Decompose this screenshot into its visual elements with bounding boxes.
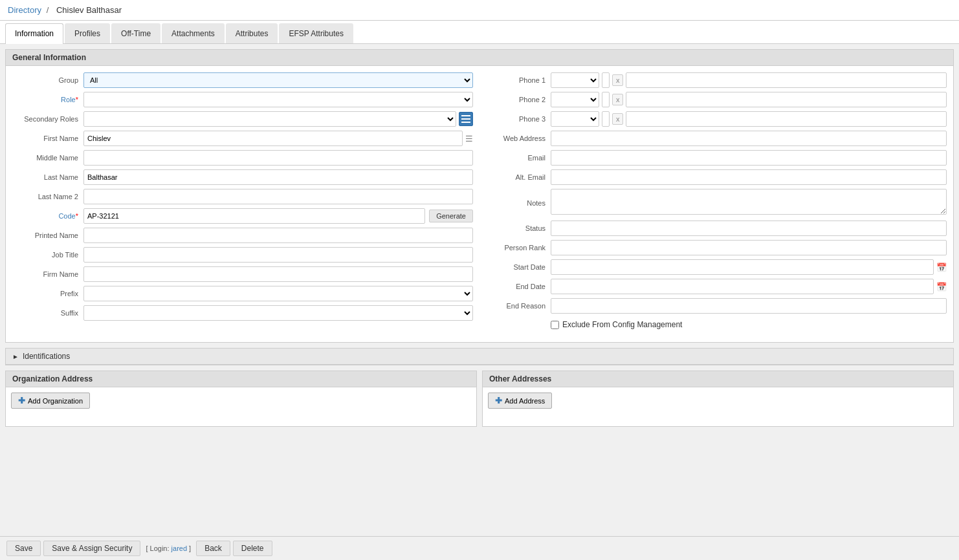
- suffix-select[interactable]: [83, 305, 473, 321]
- phone3-x-button[interactable]: x: [612, 113, 624, 125]
- last-name-label: Last Name: [12, 173, 83, 181]
- start-date-input[interactable]: [551, 259, 934, 275]
- other-addresses-header: Other Addresses: [483, 371, 953, 387]
- firm-name-input[interactable]: [83, 266, 473, 282]
- tab-information[interactable]: Information: [5, 23, 63, 44]
- job-title-label: Job Title: [12, 251, 83, 259]
- notes-textarea[interactable]: [551, 189, 947, 215]
- printed-name-label: Printed Name: [12, 232, 83, 239]
- end-reason-input[interactable]: [551, 298, 947, 314]
- end-date-label: End Date: [486, 283, 551, 290]
- job-title-input[interactable]: [83, 247, 473, 263]
- tab-attributes[interactable]: Attributes: [226, 23, 278, 43]
- end-reason-label: End Reason: [486, 302, 551, 310]
- last-name-input[interactable]: [83, 169, 473, 185]
- breadcrumb-current: Chislev Balthasar: [56, 5, 122, 15]
- add-organization-label: Add Organization: [28, 397, 83, 405]
- role-row: Role: [12, 92, 473, 107]
- web-address-input[interactable]: [551, 131, 947, 146]
- email-input[interactable]: [551, 150, 947, 166]
- group-select[interactable]: All: [83, 72, 473, 88]
- first-name-icon: ☰: [465, 134, 473, 144]
- alt-email-row: Alt. Email: [486, 169, 947, 185]
- code-label: Code: [12, 212, 83, 220]
- phone1-label: Phone 1: [486, 76, 551, 84]
- phone1-type-select[interactable]: [551, 72, 599, 88]
- exclude-config-row: Exclude From Config Management: [486, 318, 947, 332]
- exclude-config-label: Exclude From Config Management: [562, 320, 682, 329]
- prefix-select[interactable]: [83, 286, 473, 301]
- notes-row: Notes: [486, 189, 947, 217]
- secondary-roles-label: Secondary Roles: [12, 115, 83, 123]
- phone2-label: Phone 2: [486, 96, 551, 103]
- end-date-calendar-icon[interactable]: 📅: [936, 282, 947, 292]
- phone1-x-button[interactable]: x: [612, 74, 624, 86]
- email-label: Email: [486, 154, 551, 162]
- group-label: Group: [12, 76, 83, 84]
- phone3-row: Phone 3 x: [486, 111, 947, 127]
- middle-name-input[interactable]: [83, 150, 473, 166]
- person-rank-label: Person Rank: [486, 244, 551, 252]
- phone3-label: Phone 3: [486, 115, 551, 123]
- last-name-row: Last Name: [12, 169, 473, 185]
- start-date-calendar-icon[interactable]: 📅: [936, 263, 947, 272]
- tab-efsp-attributes[interactable]: EFSP Attributes: [279, 23, 353, 43]
- phone3-ext-input[interactable]: [626, 111, 947, 127]
- organization-address-body: ✚ Add Organization: [6, 387, 476, 426]
- add-organization-button[interactable]: ✚ Add Organization: [11, 393, 90, 409]
- tab-off-time[interactable]: Off-Time: [111, 23, 160, 43]
- prefix-label: Prefix: [12, 290, 83, 297]
- other-addresses-section: Other Addresses ✚ Add Address: [482, 371, 954, 427]
- general-info-header: General Information: [6, 50, 953, 66]
- role-label: Role: [12, 96, 83, 103]
- tab-profiles[interactable]: Profiles: [65, 23, 110, 43]
- secondary-roles-list-icon[interactable]: [459, 112, 473, 126]
- suffix-label: Suffix: [12, 309, 83, 317]
- identifications-header[interactable]: ► Identifications: [6, 349, 953, 365]
- general-information-section: General Information Group All: [5, 49, 954, 343]
- tabs-bar: Information Profiles Off-Time Attachment…: [0, 21, 959, 44]
- exclude-config-checkbox[interactable]: [551, 321, 559, 329]
- secondary-roles-select[interactable]: [83, 111, 456, 127]
- job-title-row: Job Title: [12, 247, 473, 263]
- phone2-row: Phone 2 x: [486, 92, 947, 107]
- organization-address-header: Organization Address: [6, 371, 476, 387]
- first-name-input[interactable]: [83, 131, 463, 146]
- end-date-input[interactable]: [551, 279, 934, 294]
- alt-email-label: Alt. Email: [486, 173, 551, 181]
- end-reason-row: End Reason: [486, 298, 947, 314]
- person-rank-row: Person Rank: [486, 240, 947, 255]
- code-row: Code Generate: [12, 208, 473, 224]
- last-name-2-row: Last Name 2: [12, 189, 473, 204]
- start-date-row: Start Date 📅: [486, 259, 947, 275]
- add-address-button[interactable]: ✚ Add Address: [488, 393, 552, 409]
- middle-name-label: Middle Name: [12, 154, 83, 162]
- address-grid: Organization Address ✚ Add Organization …: [5, 371, 954, 427]
- breadcrumb-separator: /: [47, 5, 49, 15]
- phone3-number-input[interactable]: [602, 111, 610, 127]
- generate-button[interactable]: Generate: [429, 210, 473, 222]
- person-rank-input[interactable]: [551, 240, 947, 255]
- alt-email-input[interactable]: [551, 169, 947, 185]
- middle-name-row: Middle Name: [12, 150, 473, 166]
- phone2-ext-input[interactable]: [626, 92, 947, 107]
- phone2-x-button[interactable]: x: [612, 94, 624, 105]
- first-name-row: First Name ☰: [12, 131, 473, 146]
- printed-name-input[interactable]: [83, 228, 473, 243]
- code-input[interactable]: [83, 208, 425, 224]
- status-input[interactable]: [551, 221, 947, 236]
- other-addresses-body: ✚ Add Address: [483, 387, 953, 426]
- phone1-number-input[interactable]: [602, 72, 610, 88]
- phone3-type-select[interactable]: [551, 111, 599, 127]
- tab-attachments[interactable]: Attachments: [162, 23, 225, 43]
- web-address-label: Web Address: [486, 135, 551, 142]
- phone2-type-select[interactable]: [551, 92, 599, 107]
- breadcrumb-parent[interactable]: Directory: [8, 5, 41, 15]
- phone1-ext-input[interactable]: [626, 72, 947, 88]
- phone1-row: Phone 1 x: [486, 72, 947, 88]
- role-select[interactable]: [83, 92, 473, 107]
- web-address-row: Web Address: [486, 131, 947, 146]
- last-name-2-input[interactable]: [83, 189, 473, 204]
- phone2-number-input[interactable]: [602, 92, 610, 107]
- secondary-roles-row: Secondary Roles: [12, 111, 473, 127]
